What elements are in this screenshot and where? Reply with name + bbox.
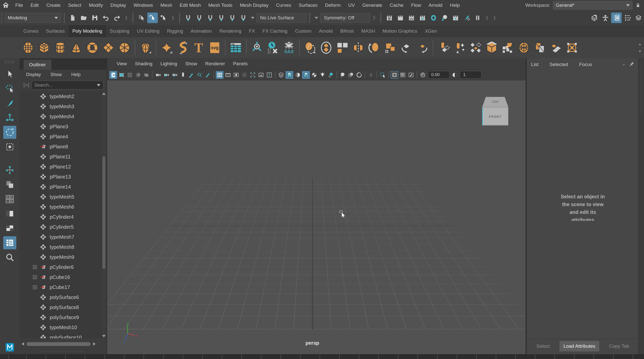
- outliner-item-pPlane8[interactable]: pPlane8: [20, 142, 102, 152]
- home-icon[interactable]: [0, 0, 12, 11]
- shelf-tab-xgen[interactable]: XGen: [421, 25, 441, 37]
- outliner-item-polySurface9[interactable]: polySurface9: [20, 312, 102, 322]
- combine-icon[interactable]: [302, 39, 318, 56]
- outliner-item-pPlane3[interactable]: pPlane3: [20, 122, 102, 132]
- view-cube-top-face[interactable]: TOP: [482, 97, 508, 107]
- poly-sphere-icon[interactable]: [20, 39, 36, 56]
- snap-grid-icon[interactable]: [183, 13, 193, 23]
- outliner-item-typeMesh8[interactable]: typeMesh8: [20, 242, 102, 252]
- hypershade-icon[interactable]: [428, 13, 439, 23]
- menu-windows[interactable]: Windows: [130, 0, 157, 11]
- select-tool-icon[interactable]: [3, 68, 16, 81]
- shelf-tab-sculpting[interactable]: Sculpting: [106, 25, 133, 37]
- outliner-item-pPlane13[interactable]: pPlane13: [20, 172, 102, 182]
- image-plane2-icon[interactable]: [257, 71, 265, 79]
- snap-point-icon[interactable]: [205, 13, 216, 23]
- outliner-horizontal-scrollbar[interactable]: [22, 341, 101, 347]
- pause-icon[interactable]: [472, 13, 483, 23]
- snap-curve-icon[interactable]: [194, 13, 204, 23]
- symmetry-field[interactable]: Symmetry: Off: [320, 13, 370, 23]
- checker-sphere-icon[interactable]: [310, 71, 318, 79]
- plus-cluster-icon[interactable]: [3, 193, 16, 206]
- shelf-tab-fx-caching[interactable]: FX Caching: [259, 25, 291, 37]
- wedge-icon[interactable]: [187, 71, 195, 79]
- layout-single-icon[interactable]: [391, 71, 398, 79]
- outliner-item-pPlane4[interactable]: pPlane4: [20, 132, 102, 142]
- save-scene-icon[interactable]: [90, 13, 100, 23]
- lasso-tool-icon[interactable]: [3, 82, 16, 95]
- outliner-item-typeMesh10[interactable]: typeMesh10: [20, 322, 102, 332]
- scroll-left-icon[interactable]: [22, 342, 24, 346]
- outliner-item-pPlane11[interactable]: pPlane11: [20, 152, 102, 162]
- poly-disc-icon[interactable]: [116, 39, 132, 56]
- outliner-item-pCylinder5[interactable]: pCylinder5: [20, 222, 102, 232]
- outliner-item-typeMesh7[interactable]: typeMesh7: [20, 232, 102, 242]
- plain-icon[interactable]: [367, 71, 375, 79]
- camera-icon[interactable]: [154, 71, 162, 79]
- outliner-item-pPlane14[interactable]: pPlane14: [20, 182, 102, 192]
- resolution-gate-icon[interactable]: [118, 71, 125, 79]
- lighting-icon[interactable]: [319, 71, 326, 79]
- shelf-tab-fx[interactable]: FX: [245, 25, 259, 37]
- joint-tool-icon[interactable]: [3, 163, 16, 176]
- extrude-icon[interactable]: [436, 39, 452, 56]
- viewport-menu-lighting[interactable]: Lighting: [157, 61, 181, 67]
- collapse-chevron-icon[interactable]: [493, 15, 496, 21]
- viewport-menu-show[interactable]: Show: [181, 61, 201, 67]
- shelf-tab-surfaces[interactable]: Surfaces: [42, 25, 68, 37]
- collapse-chevron-icon[interactable]: [124, 15, 128, 21]
- snap-projected-icon[interactable]: [216, 13, 227, 23]
- select-object-icon[interactable]: [147, 13, 158, 23]
- shelf-tab-mash[interactable]: MASH: [357, 25, 379, 37]
- camera-lock-icon[interactable]: [163, 71, 170, 79]
- paint-select-tool-icon[interactable]: [3, 97, 16, 110]
- zoom-tool-icon[interactable]: [3, 251, 16, 264]
- collapse-chevron-icon[interactable]: [171, 15, 175, 21]
- mirror-icon[interactable]: [350, 39, 366, 56]
- render-frame-icon[interactable]: [395, 13, 406, 23]
- shaded-icon[interactable]: [285, 71, 293, 79]
- contrast-icon[interactable]: [451, 71, 459, 79]
- channel-box-icon[interactable]: [633, 13, 644, 23]
- menu-edit[interactable]: Edit: [27, 0, 43, 11]
- shelf-tab-rigging[interactable]: Rigging: [163, 25, 187, 37]
- poly-torus-icon[interactable]: [84, 39, 100, 56]
- motion-blur-icon[interactable]: [347, 71, 355, 79]
- exposure-icon[interactable]: [419, 71, 427, 79]
- chevron-down-icon[interactable]: [315, 17, 318, 19]
- shelf-tab-poly-modeling[interactable]: Poly Modeling: [68, 25, 106, 37]
- outliner-item-pPlane12[interactable]: pPlane12: [20, 162, 102, 172]
- panel-resize-handle[interactable]: [42, 350, 85, 352]
- shelf-scroll-arrows[interactable]: ▲▼: [636, 42, 644, 53]
- collapse-chevron-icon[interactable]: [372, 15, 376, 21]
- snap-view-icon[interactable]: [227, 13, 238, 23]
- modeling-toolkit-icon[interactable]: [589, 13, 600, 23]
- outliner-item-pCylinder6[interactable]: pCylinder6: [20, 262, 102, 272]
- film-gate-icon[interactable]: [224, 71, 232, 79]
- safe-title-icon[interactable]: [241, 71, 248, 79]
- light-editor-icon[interactable]: [450, 13, 461, 23]
- pin-icon[interactable]: [628, 61, 634, 68]
- character-controls-icon[interactable]: [600, 13, 611, 23]
- shelf-tab-custom[interactable]: Custom: [291, 25, 315, 37]
- outliner-tab[interactable]: Outliner: [24, 60, 51, 70]
- overflow-chevrons[interactable]: »: [623, 62, 625, 67]
- copy-tab-button[interactable]: Copy Tab: [605, 341, 633, 351]
- select-component-icon[interactable]: [158, 13, 169, 23]
- menu-cache[interactable]: Cache: [386, 0, 407, 11]
- undo-icon[interactable]: [101, 13, 111, 23]
- outliner-item-typeMesh2[interactable]: typeMesh2: [20, 91, 102, 101]
- outliner-item-polySurface6[interactable]: polySurface6: [20, 292, 102, 302]
- scrollbar-thumb[interactable]: [102, 156, 105, 269]
- view-cube[interactable]: TOP FRONT: [482, 97, 508, 127]
- live-surface-field[interactable]: No Live Surface: [256, 13, 307, 23]
- maya-logo-icon[interactable]: AYA: [3, 341, 16, 354]
- new-scene-icon[interactable]: [67, 13, 78, 23]
- outliner-item-pCube17[interactable]: pCube17: [20, 282, 102, 292]
- scroll-right-icon[interactable]: [93, 342, 96, 346]
- viewport-menu-panels[interactable]: Panels: [229, 61, 252, 67]
- outliner-item-typeMesh9[interactable]: typeMesh9: [20, 252, 102, 262]
- menu-mesh[interactable]: Mesh: [157, 0, 176, 11]
- shadows-icon[interactable]: [327, 71, 335, 79]
- quad-draw-icon[interactable]: [532, 39, 548, 56]
